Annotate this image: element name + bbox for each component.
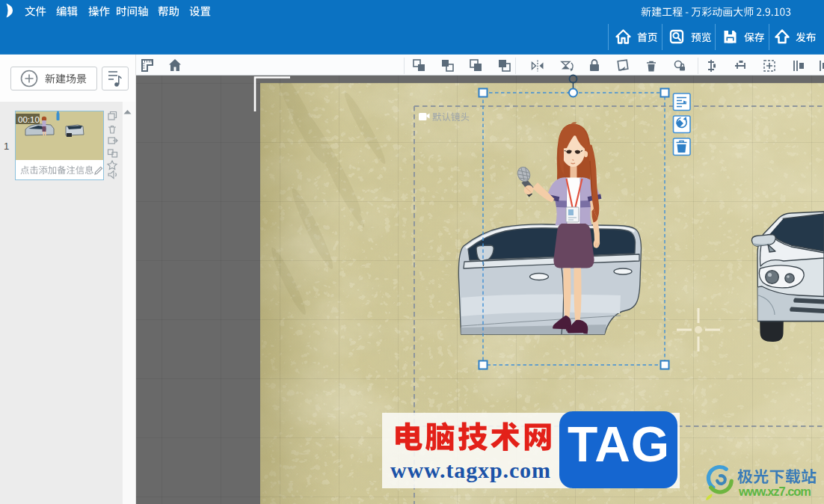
svg-text:TAG: TAG	[568, 417, 669, 472]
svg-text:www.tagxp.com: www.tagxp.com	[390, 458, 550, 482]
svg-text:00:10: 00:10	[18, 115, 40, 124]
svg-text:www.xz7.com: www.xz7.com	[738, 485, 811, 498]
